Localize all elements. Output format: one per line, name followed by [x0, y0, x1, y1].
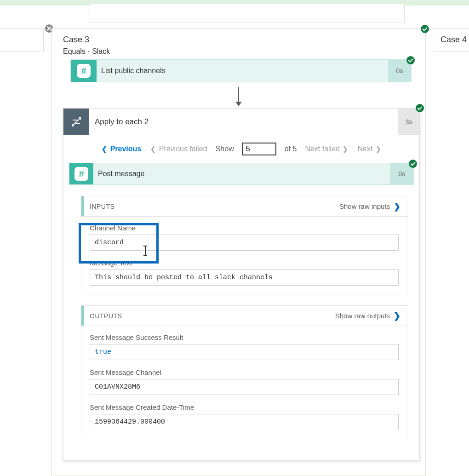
apply-to-each-card: Apply to each 2 3s ❮ Previous ❮ Previous…	[63, 108, 420, 461]
case-condition-label: Equals - Slack	[52, 47, 425, 57]
action-post-message[interactable]: # Post message 0s	[69, 163, 414, 185]
previous-card-edge	[90, 4, 405, 23]
sent-success-label: Sent Message Success Result	[90, 333, 399, 341]
case-3-card: Case 3 Equals - Slack # List public chan…	[51, 28, 426, 476]
pager-next-label: Next	[357, 145, 372, 153]
panel-accent	[81, 196, 84, 216]
action-label: List public channels	[97, 60, 388, 82]
chevron-right-icon: ❯	[342, 145, 349, 153]
flow-arrow-icon	[238, 87, 239, 105]
show-raw-outputs-label: Show raw outputs	[335, 312, 390, 320]
loop-label: Apply to each 2	[89, 109, 398, 135]
outputs-panel: OUTPUTS Show raw outputs ❯ Sent Message …	[81, 305, 407, 438]
hash-icon: #	[74, 167, 88, 181]
channel-name-value[interactable]: discord	[90, 235, 399, 251]
panel-title: OUTPUTS	[90, 312, 335, 320]
show-raw-inputs-link[interactable]: Show raw inputs ❯	[339, 201, 400, 212]
loop-icon	[63, 109, 89, 135]
loop-header[interactable]: Apply to each 2 3s	[63, 109, 419, 135]
panel-accent	[81, 306, 84, 326]
success-status-icon	[409, 160, 417, 168]
chevron-left-icon: ❮	[149, 145, 157, 153]
action-list-public-channels[interactable]: # List public channels 0s	[70, 59, 412, 82]
chevron-right-icon: ❯	[375, 145, 382, 153]
sent-success-value[interactable]: true	[90, 344, 399, 360]
message-text-label: Message Text	[90, 259, 399, 267]
action-label: Post message	[93, 163, 390, 184]
sent-channel-value[interactable]: C01AVNX28M6	[90, 379, 399, 395]
slack-connector-icon: #	[69, 163, 93, 184]
pager-previous-failed-button[interactable]: ❮ Previous failed	[149, 145, 207, 153]
case-card-left	[0, 28, 44, 52]
success-status-icon	[406, 56, 415, 64]
pager-show-label: Show	[216, 145, 234, 153]
slack-connector-icon: #	[71, 60, 97, 82]
inputs-panel: INPUTS Show raw inputs ❯ Channel Name di…	[81, 196, 407, 294]
loop-pager: ❮ Previous ❮ Previous failed Show of 5 N…	[63, 135, 419, 162]
text-cursor-icon	[145, 247, 146, 255]
pager-previous-button[interactable]: ❮ Previous	[101, 145, 141, 153]
pager-previous-failed-label: Previous failed	[159, 145, 207, 153]
sent-created-label: Sent Message Created Date-Time	[90, 403, 399, 411]
chevron-right-icon: ❯	[394, 201, 400, 212]
pager-index-input[interactable]	[242, 143, 276, 155]
sent-created-value[interactable]: 1599364429.000400	[90, 414, 399, 430]
case-4-card[interactable]: Case 4	[433, 28, 469, 52]
pager-next-failed-button[interactable]: Next failed ❯	[305, 145, 349, 153]
pager-previous-label: Previous	[110, 145, 142, 153]
message-text-value[interactable]: This should be posted to all slack chann…	[90, 270, 399, 286]
sent-channel-label: Sent Message Channel	[90, 368, 399, 376]
case-title: Case 3	[52, 29, 425, 47]
show-raw-outputs-link[interactable]: Show raw outputs ❯	[335, 311, 400, 321]
panel-title: INPUTS	[90, 203, 339, 210]
channel-name-label: Channel Name	[90, 224, 399, 232]
chevron-left-icon: ❮	[101, 145, 108, 153]
hash-icon: #	[77, 64, 91, 78]
case-4-title: Case 4	[440, 35, 467, 44]
pager-total-label: of 5	[285, 145, 297, 153]
loop-duration: 3s	[398, 109, 419, 135]
pager-next-button[interactable]: Next ❯	[357, 145, 382, 153]
show-raw-inputs-label: Show raw inputs	[339, 202, 390, 210]
success-status-icon	[416, 104, 424, 112]
success-status-icon	[421, 25, 429, 33]
chevron-right-icon: ❯	[394, 311, 400, 321]
pager-next-failed-label: Next failed	[305, 145, 340, 153]
